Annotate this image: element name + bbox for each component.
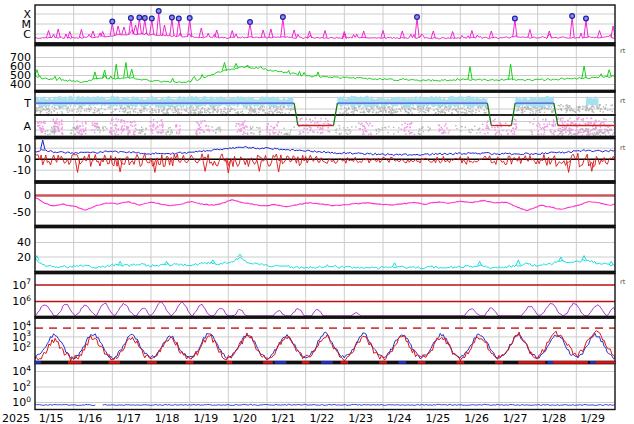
scatter-dot [393, 127, 394, 128]
scatter-dot [45, 106, 46, 107]
scatter-dot [607, 127, 609, 129]
scatter-dot [470, 111, 471, 112]
scatter-dot [391, 111, 392, 112]
scatter-dot [578, 109, 579, 110]
scatter-dot [264, 106, 265, 107]
scatter-dot [80, 129, 82, 131]
rt-label: rt [620, 144, 626, 152]
scatter-dot [135, 128, 137, 130]
scatter-dot [208, 108, 209, 109]
scatter-dot [161, 124, 163, 126]
scatter-dot [594, 132, 595, 133]
scatter-dot [77, 108, 78, 109]
scatter-dot [567, 106, 568, 107]
scatter-dot [551, 133, 553, 135]
scatter-dot [151, 113, 152, 114]
scatter-dot [585, 110, 586, 111]
scatter-dot [168, 127, 169, 128]
scatter-dot [158, 110, 159, 111]
flare-marker [248, 20, 253, 25]
scatter-dot [61, 133, 63, 135]
scatter-dot [542, 119, 544, 121]
scatter-dot [155, 110, 156, 111]
scatter-dot [54, 107, 55, 108]
scatter-dot [474, 126, 475, 127]
scatter-dot [462, 107, 463, 108]
scatter-dot [367, 110, 368, 111]
scatter-dot [506, 130, 508, 132]
scatter-dot [414, 109, 415, 110]
scatter-dot [599, 105, 600, 106]
scatter-dot [562, 123, 564, 125]
scatter-dot [151, 108, 152, 109]
scatter-dot [567, 120, 569, 122]
scatter-dot [115, 118, 117, 120]
scatter-dot [420, 110, 421, 111]
scatter-dot [402, 108, 403, 109]
scatter-dot [582, 134, 583, 135]
panel-separator [34, 271, 615, 274]
scatter-dot [537, 126, 539, 128]
scatter-dot [162, 122, 164, 124]
scatter-dot [361, 123, 363, 125]
chart-canvas: XMC700600500400TA100-100-504020107106104… [0, 0, 634, 424]
scatter-dot [372, 108, 373, 109]
scatter-dot [56, 126, 58, 128]
scatter-dot [558, 109, 559, 110]
scatter-dot [482, 124, 484, 126]
scatter-dot [54, 128, 55, 129]
rt-label: rt [620, 97, 626, 105]
scatter-dot [538, 131, 540, 133]
scatter-dot [208, 111, 209, 112]
scatter-dot [256, 127, 257, 128]
date-tick-label: 1/18 [155, 412, 180, 424]
scatter-dot [581, 119, 583, 121]
scatter-dot [303, 128, 305, 130]
scatter-dot [497, 126, 499, 128]
scatter-dot [553, 119, 555, 121]
scatter-dot [486, 108, 487, 109]
scatter-dot [57, 112, 58, 113]
scatter-dot [110, 132, 112, 134]
date-tick-label: 1/24 [387, 412, 412, 424]
scatter-dot [133, 132, 135, 134]
scatter-dot [594, 129, 595, 130]
scatter-dot [605, 107, 606, 108]
scatter-dot [555, 131, 557, 133]
scatter-dot [603, 111, 604, 112]
scatter-dot [579, 129, 581, 131]
scatter-dot [376, 133, 377, 134]
scatter-dot [405, 110, 406, 111]
scatter-dot [378, 131, 379, 132]
scatter-dot [480, 107, 481, 108]
scatter-dot [163, 112, 164, 113]
scatter-dot [45, 130, 47, 132]
scatter-dot [286, 108, 287, 109]
scatter-dot [79, 113, 80, 114]
scatter-dot [336, 132, 337, 133]
scatter-dot [169, 134, 170, 135]
scatter-dot [422, 111, 423, 112]
scatter-dot [145, 133, 146, 134]
scatter-dot [309, 126, 311, 128]
scatter-dot [161, 111, 162, 112]
scatter-dot [578, 117, 580, 119]
scatter-dot [585, 130, 586, 131]
scatter-dot [115, 109, 116, 110]
scatter-dot [177, 113, 178, 114]
scatter-dot [514, 119, 516, 121]
date-tick-label: 1/15 [39, 412, 64, 424]
scatter-dot [440, 107, 441, 108]
scatter-dot [269, 132, 271, 134]
scatter-dot [181, 112, 182, 113]
panel-border [35, 46, 615, 91]
scatter-dot [248, 112, 249, 113]
scatter-dot [231, 109, 232, 110]
scatter-dot [109, 131, 111, 133]
scatter-dot [259, 134, 260, 135]
scatter-dot [85, 123, 87, 125]
scatter-dot [133, 111, 134, 112]
scatter-dot [494, 129, 496, 131]
scatter-dot [544, 112, 545, 113]
panel-density: 4020 [17, 228, 615, 272]
